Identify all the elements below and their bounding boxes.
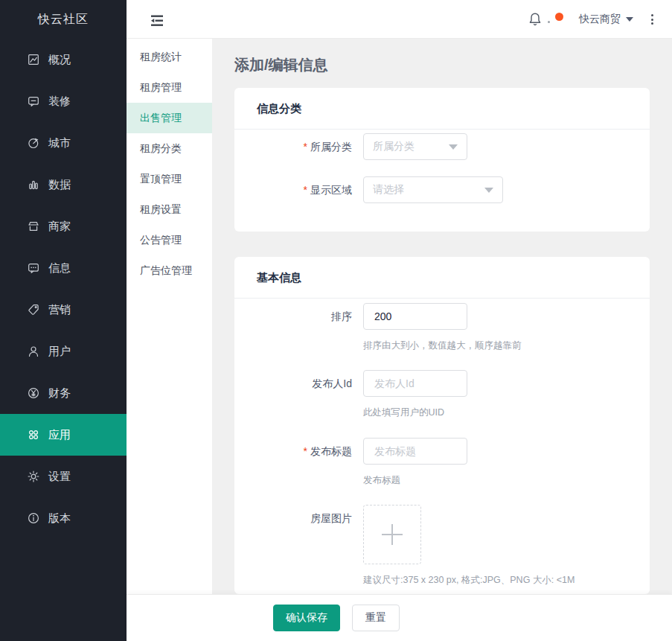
sidebar-item-label: 设置 xyxy=(48,470,71,484)
company-dropdown[interactable]: 快云商贸 xyxy=(579,13,633,26)
sidebar-item-finance[interactable]: 财务 xyxy=(0,372,127,414)
required-marker: * xyxy=(304,141,307,153)
sidebar-item-label: 应用 xyxy=(48,428,71,442)
submenu-item-rent-manage[interactable]: 租房管理 xyxy=(127,72,212,103)
sidebar-item-data[interactable]: 数据 xyxy=(0,164,127,205)
decoration-icon xyxy=(27,95,40,108)
user-icon xyxy=(27,345,40,358)
category-select-value: 所属分类 xyxy=(373,140,415,153)
topbar: 快云商贸 xyxy=(127,0,672,39)
chevron-down-icon xyxy=(626,17,633,22)
main-content: 添加/编辑信息 信息分类 *所属分类 所属分类 *显示区域 xyxy=(212,39,672,594)
sort-hint: 排序由大到小，数值越大，顺序越靠前 xyxy=(363,339,522,352)
sidebar-item-label: 装修 xyxy=(48,95,71,109)
sidebar-item-version[interactable]: 版本 xyxy=(0,497,127,539)
publish-title-input[interactable] xyxy=(363,438,467,465)
publisher-id-label: 发布人Id xyxy=(234,370,352,419)
sidebar-item-merchant[interactable]: 商家 xyxy=(0,205,127,247)
publish-title-label: *发布标题 xyxy=(234,438,352,487)
sidebar-item-label: 概况 xyxy=(48,53,71,67)
sidebar-item-label: 数据 xyxy=(48,178,71,192)
data-icon xyxy=(27,178,40,191)
action-bar: 确认保存 重置 xyxy=(127,594,672,641)
sidebar-item-label: 信息 xyxy=(48,261,71,275)
submenu-item-ad-manage[interactable]: 广告位管理 xyxy=(127,255,212,286)
city-icon xyxy=(27,136,40,150)
basic-info-card-title: 基本信息 xyxy=(234,257,650,299)
message-icon xyxy=(27,261,40,275)
secondary-menu: 租房统计 租房管理 出售管理 租房分类 置顶管理 租房设置 公告管理 广告位管理 xyxy=(127,39,212,641)
required-marker: * xyxy=(304,184,307,196)
more-menu-icon[interactable] xyxy=(651,14,653,25)
publisher-id-hint: 此处填写用户的UID xyxy=(363,406,467,419)
sidebar-item-label: 版本 xyxy=(48,511,71,526)
category-card: 信息分类 *所属分类 所属分类 *显示区域 xyxy=(234,88,650,232)
confirm-save-button[interactable]: 确认保存 xyxy=(273,605,340,631)
sidebar-item-settings[interactable]: 设置 xyxy=(0,456,127,497)
sidebar-item-marketing[interactable]: 营销 xyxy=(0,289,127,331)
plus-icon xyxy=(382,524,403,545)
merchant-icon xyxy=(27,220,40,233)
category-label: *所属分类 xyxy=(234,133,352,160)
bell-badge-dot xyxy=(548,21,550,23)
required-marker: * xyxy=(304,445,307,457)
sidebar-item-user[interactable]: 用户 xyxy=(0,331,127,372)
publish-title-hint: 发布标题 xyxy=(363,474,467,487)
publisher-id-input[interactable] xyxy=(363,370,467,397)
sidebar: 快云社区 概况 装修 城市 数据 商家 信息 xyxy=(0,0,127,641)
chevron-down-icon xyxy=(484,188,493,193)
region-select-value: 请选择 xyxy=(373,183,404,197)
company-name: 快云商贸 xyxy=(579,13,621,26)
submenu-item-notice-manage[interactable]: 公告管理 xyxy=(127,225,212,255)
image-upload-button[interactable] xyxy=(363,505,421,564)
settings-icon xyxy=(27,470,40,483)
apps-icon xyxy=(27,428,40,441)
reset-button[interactable]: 重置 xyxy=(352,605,400,631)
overview-icon xyxy=(27,53,40,66)
sidebar-item-city[interactable]: 城市 xyxy=(0,122,127,164)
sort-input[interactable] xyxy=(363,303,467,330)
menu-fold-icon[interactable] xyxy=(147,10,167,30)
sidebar-item-label: 用户 xyxy=(48,345,71,359)
sidebar-item-decoration[interactable]: 装修 xyxy=(0,80,127,122)
sidebar-item-message[interactable]: 信息 xyxy=(0,247,127,289)
house-image-label: 房屋图片 xyxy=(234,505,352,587)
submenu-item-rent-stats[interactable]: 租房统计 xyxy=(127,42,212,72)
finance-icon xyxy=(27,386,40,400)
sidebar-item-overview[interactable]: 概况 xyxy=(0,39,127,80)
sidebar-item-label: 营销 xyxy=(48,303,71,317)
category-card-title: 信息分类 xyxy=(234,88,650,130)
chevron-down-icon xyxy=(449,144,458,150)
region-label: *显示区域 xyxy=(234,176,352,203)
submenu-item-sale-manage[interactable]: 出售管理 xyxy=(127,103,212,133)
notification-bell-icon[interactable] xyxy=(527,11,543,28)
app-logo: 快云社区 xyxy=(0,0,127,39)
region-select[interactable]: 请选择 xyxy=(363,176,503,203)
sidebar-item-label: 财务 xyxy=(48,386,71,401)
house-image-hint: 建议尺寸:375 x 230 px, 格式:JPG、PNG 大小: <1M xyxy=(363,574,575,587)
submenu-item-rent-category[interactable]: 租房分类 xyxy=(127,133,212,164)
basic-info-card: 基本信息 排序 排序由大到小，数值越大，顺序越靠前 发布人Id 此处填写用户的U… xyxy=(234,257,650,594)
sidebar-item-apps[interactable]: 应用 xyxy=(0,414,127,456)
sidebar-item-label: 商家 xyxy=(48,220,71,234)
marketing-icon xyxy=(27,303,40,316)
sidebar-item-label: 城市 xyxy=(48,136,71,150)
status-dot xyxy=(555,13,563,21)
sort-label: 排序 xyxy=(234,303,352,352)
submenu-item-top-manage[interactable]: 置顶管理 xyxy=(127,164,212,194)
version-icon xyxy=(27,511,40,525)
page-title: 添加/编辑信息 xyxy=(234,55,650,76)
submenu-item-rent-settings[interactable]: 租房设置 xyxy=(127,194,212,225)
category-select[interactable]: 所属分类 xyxy=(363,133,467,160)
